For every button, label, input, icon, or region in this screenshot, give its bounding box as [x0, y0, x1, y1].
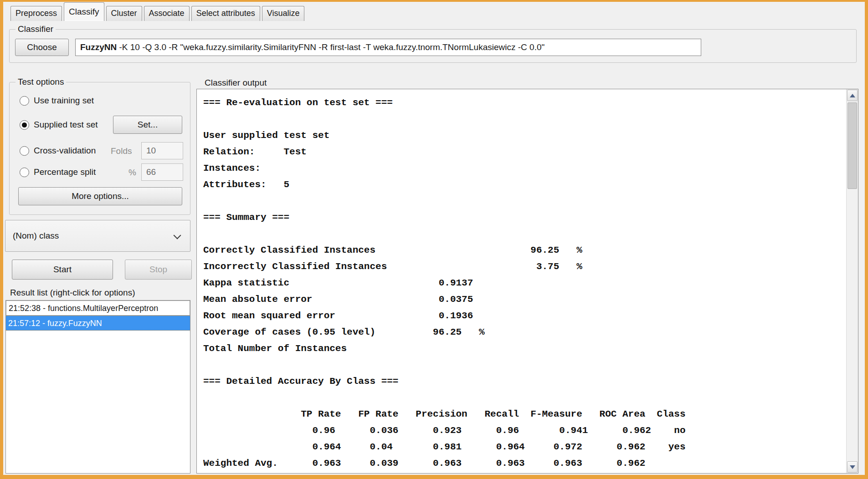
classifier-output-text: === Re-evaluation on test set === User s…: [197, 89, 858, 474]
stop-button[interactable]: Stop: [125, 260, 192, 280]
up-arrow-icon: [850, 94, 855, 97]
tab-bar: Preprocess Classify Cluster Associate Se…: [10, 2, 304, 21]
class-selector-dropdown[interactable]: (Nom) class: [5, 220, 190, 252]
scheme-options: -K 10 -Q 3.0 -R "weka.fuzzy.similarity.S…: [117, 42, 544, 52]
cross-validation-radio[interactable]: [20, 146, 29, 156]
folds-input[interactable]: 10: [141, 142, 183, 159]
tab-classify[interactable]: Classify: [64, 2, 104, 21]
result-list-label: Result list (right-click for options): [10, 288, 135, 298]
test-options-group-label: Test options: [15, 77, 66, 87]
percentage-split-radio[interactable]: [20, 168, 29, 177]
folds-label: Folds: [111, 146, 132, 156]
choose-button[interactable]: Choose: [15, 39, 69, 56]
classifier-output-label: Classifier output: [203, 78, 268, 88]
cross-validation-label: Cross-validation: [34, 146, 96, 156]
chevron-down-icon: [174, 232, 181, 240]
more-options-button[interactable]: More options...: [18, 187, 182, 205]
result-list: 21:52:38 - functions.MultilayerPerceptro…: [5, 300, 190, 474]
classifier-group: Classifier Choose FuzzyNN -K 10 -Q 3.0 -…: [9, 29, 857, 63]
tab-preprocess[interactable]: Preprocess: [10, 6, 62, 21]
use-training-set-label: Use training set: [34, 96, 94, 106]
weka-explorer-window: { "colors": { "frame": "#e9a23c", "windo…: [0, 0, 868, 479]
supplied-test-set-label: Supplied test set: [34, 120, 98, 130]
tab-select-attributes[interactable]: Select attributes: [191, 6, 260, 21]
classifier-output-panel: === Re-evaluation on test set === User s…: [196, 89, 858, 474]
percentage-split-label: Percentage split: [34, 167, 96, 177]
test-options-group: Test options Use training set Supplied t…: [9, 82, 190, 215]
supplied-test-set-radio[interactable]: [20, 120, 29, 130]
output-scrollbar[interactable]: [846, 89, 858, 473]
scroll-up-button[interactable]: [847, 90, 858, 101]
set-button[interactable]: Set...: [113, 116, 182, 134]
result-item-fuzzy-nn[interactable]: 21:57:12 - fuzzy.FuzzyNN: [6, 316, 190, 331]
cross-validation-option: Cross-validation: [20, 144, 96, 157]
use-training-set-radio[interactable]: [20, 96, 29, 106]
percentage-split-option: Percentage split: [20, 166, 96, 178]
tab-cluster[interactable]: Cluster: [106, 6, 142, 21]
start-button[interactable]: Start: [12, 260, 113, 280]
percent-input[interactable]: 66: [141, 163, 183, 181]
tab-associate[interactable]: Associate: [144, 6, 190, 21]
result-item-multilayer-perceptron[interactable]: 21:52:38 - functions.MultilayerPerceptro…: [6, 301, 190, 316]
scroll-down-button[interactable]: [847, 461, 858, 473]
class-selector-value: (Nom) class: [5, 231, 59, 241]
classifier-group-label: Classifier: [15, 24, 56, 34]
use-training-set-option: Use training set: [20, 94, 94, 107]
percent-label: %: [128, 168, 136, 178]
down-arrow-icon: [850, 465, 855, 469]
scrollbar-thumb[interactable]: [847, 102, 857, 189]
tab-visualize[interactable]: Visualize: [262, 6, 305, 21]
explorer-content: Preprocess Classify Cluster Associate Se…: [3, 2, 865, 475]
supplied-test-set-option: Supplied test set: [20, 118, 98, 131]
scheme-name: FuzzyNN: [80, 42, 117, 52]
classifier-scheme-field[interactable]: FuzzyNN -K 10 -Q 3.0 -R "weka.fuzzy.simi…: [75, 39, 701, 56]
